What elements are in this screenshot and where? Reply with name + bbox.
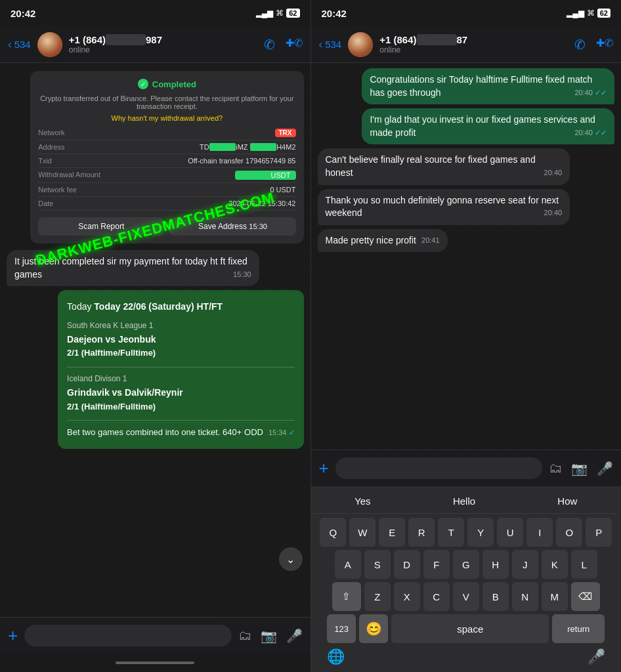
key-f[interactable]: F: [423, 550, 450, 579]
key-space[interactable]: space: [391, 614, 549, 643]
key-p[interactable]: P: [586, 518, 612, 547]
key-emoji[interactable]: 😊: [359, 614, 388, 643]
left-panel: 20:42 ▂▄▆ ⌘ 62 ‹ 534 +1 (864)xxx987 onli…: [0, 0, 310, 672]
fg-date: Today Today 22/06 (Saturday) HT/FT: [67, 299, 294, 314]
right-msg-2-tick: ✓✓: [595, 129, 607, 136]
left-back-count: 534: [14, 39, 31, 50]
wifi-icon: ⌘: [276, 9, 284, 18]
right-header-icons: ✆ ✚✆: [574, 37, 613, 52]
left-call-icon[interactable]: ✆: [264, 37, 275, 52]
key-globe[interactable]: 🌐: [322, 648, 351, 665]
right-status-bar: 20:42 ▂▄▆ ⌘ 62: [311, 0, 622, 26]
suggestion-how[interactable]: How: [547, 494, 588, 508]
right-msg-2-text: I'm glad that you invest in our fixed ga…: [370, 114, 595, 138]
left-input-icons: 🗂 📷 🎤: [238, 628, 303, 644]
key-z[interactable]: Z: [364, 582, 391, 611]
key-b[interactable]: B: [482, 582, 509, 611]
right-contact-status: online: [379, 45, 568, 54]
keyboard-row-1: Q W E R T Y U I O P: [314, 518, 619, 547]
key-o[interactable]: O: [556, 518, 582, 547]
left-mic-icon[interactable]: 🎤: [286, 628, 303, 644]
key-d[interactable]: D: [394, 550, 420, 579]
key-a[interactable]: A: [335, 550, 361, 579]
fg-separator-2: [67, 420, 294, 421]
left-message-input[interactable]: [24, 625, 231, 646]
right-message-input[interactable]: [335, 457, 542, 479]
right-msg-1-time: 20:40 ✓✓: [574, 88, 607, 98]
save-address-button[interactable]: Save Address 15:30: [169, 217, 295, 236]
keyboard-suggestions: Yes Hello How: [314, 492, 619, 514]
left-avatar-image: [37, 32, 62, 57]
keyboard: Yes Hello How Q W E R T Y U I O P A S D …: [311, 486, 622, 672]
key-y[interactable]: Y: [467, 518, 494, 547]
right-panel: 20:42 ▂▄▆ ⌘ 62 ‹ 534 +1 (864)xxx87 onlin…: [311, 0, 622, 672]
key-numbers[interactable]: 123: [327, 614, 356, 643]
address-label: Address: [38, 143, 64, 151]
key-s[interactable]: S: [364, 550, 391, 579]
left-add-call-icon[interactable]: ✚✆: [286, 37, 303, 52]
crypto-address-row: Address TDxxxiMZ xxxH4M2: [38, 143, 295, 154]
right-msg-3-text: Can't believe finally real source for fi…: [326, 154, 536, 178]
suggestion-hello[interactable]: Hello: [442, 494, 486, 508]
left-status-icons: ▂▄▆ ⌘ 62: [256, 9, 300, 18]
right-input-icons: 🗂 📷 🎤: [549, 461, 613, 476]
key-x[interactable]: X: [394, 582, 420, 611]
key-l[interactable]: L: [571, 550, 597, 579]
key-microphone[interactable]: 🎤: [582, 648, 610, 665]
key-k[interactable]: K: [542, 550, 568, 579]
key-u[interactable]: U: [497, 518, 523, 547]
key-n[interactable]: N: [512, 582, 538, 611]
key-e[interactable]: E: [379, 518, 405, 547]
right-camera-icon[interactable]: 📷: [571, 461, 588, 476]
date-label: Date: [38, 200, 53, 207]
key-v[interactable]: V: [453, 582, 479, 611]
key-j[interactable]: J: [512, 550, 538, 579]
key-r[interactable]: R: [408, 518, 435, 547]
fg-league-2: Iceland Divison 1: [67, 373, 294, 385]
right-msg-1-text: Congratulations sir Today halftime Fullt…: [370, 74, 592, 98]
right-mic-icon[interactable]: 🎤: [597, 461, 613, 476]
network-label: Network: [38, 129, 64, 137]
right-back-button[interactable]: ‹ 534: [319, 38, 342, 51]
right-msg-4-time: 20:40: [544, 208, 563, 218]
withdrawal-value: USDT: [235, 171, 295, 180]
why-link[interactable]: Why hasn't my withdrawal arrived?: [38, 114, 295, 122]
left-back-button[interactable]: ‹ 534: [8, 38, 31, 51]
key-w[interactable]: W: [349, 518, 375, 547]
right-call-icon[interactable]: ✆: [574, 37, 586, 52]
left-sticker-icon[interactable]: 🗂: [238, 628, 251, 644]
key-g[interactable]: G: [453, 550, 479, 579]
key-q[interactable]: Q: [320, 518, 346, 547]
key-t[interactable]: T: [438, 518, 464, 547]
right-msg-5: Made pretty nice profit 20:41: [318, 229, 448, 253]
left-avatar[interactable]: [37, 32, 62, 57]
right-avatar[interactable]: [348, 32, 373, 57]
key-delete[interactable]: ⌫: [571, 582, 600, 611]
left-contact-name: +1 (864)xxx987: [69, 34, 257, 45]
key-i[interactable]: I: [526, 518, 553, 547]
fg-match-2: Grindavik vs Dalvik/Reynir: [67, 385, 294, 400]
fee-value: 0 USDT: [270, 186, 295, 194]
right-attach-button[interactable]: +: [319, 458, 329, 478]
left-attach-button[interactable]: +: [8, 625, 18, 646]
crypto-completed-header: ✓ Completed: [38, 79, 295, 89]
right-add-call-icon[interactable]: ✚✆: [596, 37, 613, 52]
right-msg-3: Can't believe finally real source for fi…: [318, 148, 570, 184]
right-avatar-image: [348, 32, 373, 57]
left-camera-icon[interactable]: 📷: [261, 628, 277, 644]
crypto-fee-row: Network fee 0 USDT: [38, 186, 295, 197]
scam-report-button[interactable]: Scam Report: [38, 217, 164, 236]
key-h[interactable]: H: [482, 550, 509, 579]
key-return[interactable]: return: [552, 614, 605, 643]
crypto-description: Crypto transferred out of Binance. Pleas…: [38, 94, 295, 110]
key-c[interactable]: C: [423, 582, 450, 611]
crypto-withdrawal-row: Withdrawal Amount USDT: [38, 171, 295, 183]
left-msg-1: It just been completed sir my payment fo…: [7, 250, 259, 286]
right-sticker-icon[interactable]: 🗂: [549, 461, 562, 476]
right-msg-2-time: 20:40 ✓✓: [574, 128, 607, 138]
right-battery-indicator: 62: [597, 9, 610, 18]
key-shift[interactable]: ⇧: [332, 582, 361, 611]
scroll-down-button[interactable]: ⌄: [279, 547, 303, 571]
suggestion-yes[interactable]: Yes: [344, 494, 381, 508]
key-m[interactable]: M: [542, 582, 568, 611]
